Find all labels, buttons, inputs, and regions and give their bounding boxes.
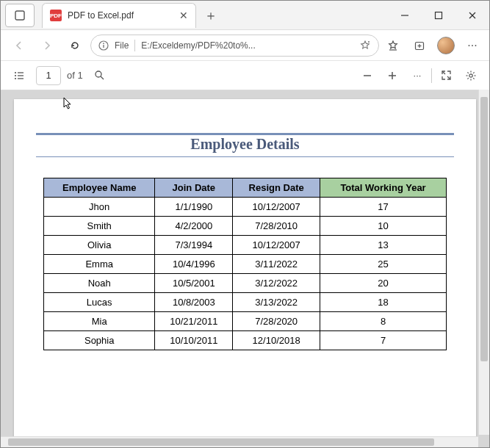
close-tab-button[interactable]: ✕	[179, 10, 188, 21]
table-row: Emma10/4/19963/11/202225	[44, 255, 447, 274]
employee-table: Employee Name Join Date Resign Date Tota…	[43, 178, 447, 350]
svg-line-34	[473, 72, 474, 73]
svg-point-18	[15, 77, 16, 79]
svg-line-33	[473, 78, 474, 79]
table-row: Sophia10/10/201112/10/20187	[44, 331, 447, 350]
more-menu-button[interactable]: ···	[461, 35, 483, 57]
settings-gear-icon[interactable]	[460, 65, 482, 87]
maximize-button[interactable]	[422, 4, 455, 27]
url-path: E:/Exceldemy/PDF%20to%...	[141, 40, 353, 51]
document-title: Employee Details	[43, 136, 447, 156]
svg-point-14	[15, 71, 16, 73]
svg-point-20	[96, 71, 101, 77]
browser-tab[interactable]: PDF PDF to Excel.pdf ✕	[42, 3, 196, 28]
vertical-scroll-thumb[interactable]	[480, 97, 488, 361]
url-scheme: File	[115, 40, 129, 51]
svg-point-16	[15, 74, 16, 76]
col-resign: Resign Date	[233, 178, 320, 198]
minimize-button[interactable]	[388, 4, 422, 27]
pdf-viewer[interactable]: Employee Details Employee Name Join Date…	[1, 90, 489, 447]
table-row: Lucas10/8/20033/13/202218	[44, 293, 447, 312]
more-pdf-options[interactable]: ···	[406, 65, 428, 87]
profile-avatar[interactable]	[435, 35, 457, 57]
info-icon[interactable]	[98, 40, 109, 51]
pdf-page: Employee Details Employee Name Join Date…	[14, 99, 476, 437]
svg-rect-2	[436, 12, 442, 18]
col-years: Total Working Year	[320, 178, 447, 198]
horizontal-scrollbar[interactable]	[1, 436, 478, 447]
search-icon[interactable]	[89, 65, 111, 87]
favorites-icon[interactable]	[382, 35, 404, 57]
table-row: Smith4/2/20007/28/201010	[44, 217, 447, 236]
back-button[interactable]	[7, 33, 32, 58]
zoom-out-button[interactable]	[356, 65, 378, 87]
pdf-file-icon: PDF	[50, 10, 62, 21]
svg-line-35	[467, 78, 468, 79]
page-total-label: of 1	[67, 70, 83, 81]
titlebar: PDF PDF to Excel.pdf ✕ ＋	[1, 1, 489, 30]
toolbar-separator	[431, 68, 432, 83]
table-row: Olivia7/3/199410/12/200713	[44, 236, 447, 255]
zoom-in-button[interactable]	[381, 65, 403, 87]
page-number-input[interactable]	[36, 66, 61, 85]
address-bar: File E:/Exceldemy/PDF%20to%... ···	[1, 30, 489, 61]
collections-icon[interactable]	[408, 35, 430, 57]
pdf-toolbar: of 1 ···	[1, 61, 489, 90]
close-window-button[interactable]	[455, 4, 489, 27]
table-row: Mia10/21/20117/28/20208	[44, 312, 447, 331]
refresh-button[interactable]	[62, 33, 87, 58]
new-tab-button[interactable]: ＋	[199, 4, 223, 27]
svg-point-6	[103, 43, 104, 44]
col-name: Employee Name	[44, 178, 155, 198]
forward-button[interactable]	[35, 33, 60, 58]
svg-point-27	[469, 73, 472, 76]
horizontal-scroll-thumb[interactable]	[8, 438, 434, 446]
table-row: Jhon1/1/199010/12/200717	[44, 198, 447, 217]
url-separator	[134, 40, 135, 51]
vertical-scrollbar[interactable]	[478, 90, 489, 435]
add-favorite-icon[interactable]	[359, 40, 371, 51]
svg-line-21	[101, 76, 104, 79]
tab-actions-button[interactable]	[5, 4, 35, 27]
svg-rect-0	[15, 11, 24, 20]
table-row: Noah10/5/20013/12/202220	[44, 274, 447, 293]
tab-title: PDF to Excel.pdf	[68, 10, 173, 21]
svg-line-32	[467, 72, 468, 73]
url-field[interactable]: File E:/Exceldemy/PDF%20to%...	[90, 35, 379, 57]
col-join: Join Date	[155, 178, 233, 198]
fullscreen-icon[interactable]	[435, 65, 457, 87]
contents-icon[interactable]	[8, 65, 30, 87]
